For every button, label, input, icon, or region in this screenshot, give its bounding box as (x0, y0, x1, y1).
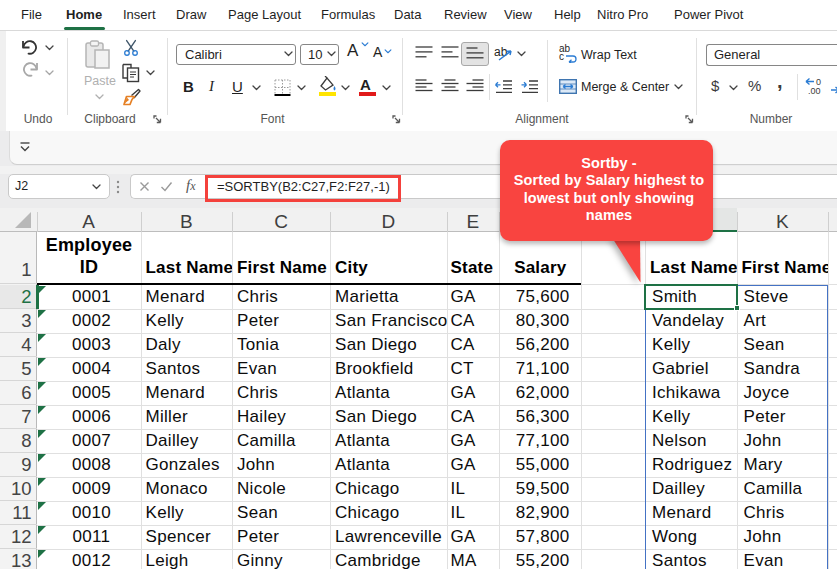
svg-text:.00: .00 (808, 86, 821, 95)
